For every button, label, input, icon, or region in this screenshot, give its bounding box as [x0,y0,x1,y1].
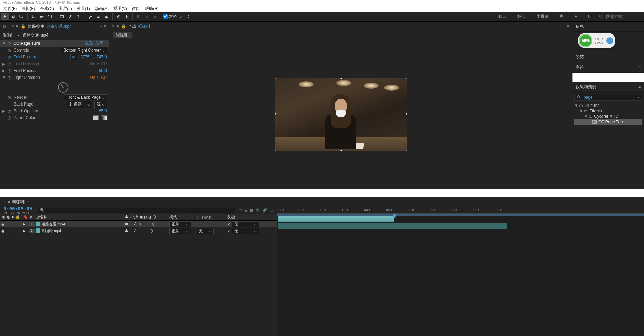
pan-behind-tool[interactable] [46,13,54,20]
tl-icon-3[interactable]: ⊞ [250,208,253,213]
time-ruler[interactable]: :00s 01s 02s 03s 04s 05s 06s 07s 08s 09s… [277,207,644,214]
controls-dropdown[interactable]: Bottom Right Corner⌵ [61,47,107,53]
effect-controls-tab[interactable]: 目 × ■ 🔒 效果控件 道路交通.mp4 » ≡ [0,22,109,31]
menu-composition[interactable]: 合成(C) [38,6,56,12]
composition-tab[interactable]: ×■ 🔒 合成 喝咖啡 ≡ [109,22,572,31]
fold-radius-value[interactable]: 50.0 [99,68,107,73]
effects-search[interactable]: × [574,94,642,101]
layer-1[interactable]: ◉ ▶ 1 道路交通.mp4 ✱╱fx⬡ 正常⌵ ⊘无⌵ [0,221,277,227]
rectangle-tool[interactable] [58,13,66,20]
effect-header[interactable]: ▼fx CC Page Turn 重置 关于... [0,40,109,47]
titlebar: Adobe After Effects CC 2018 - 无标题项目.aep [0,0,644,5]
layer-parent-dropdown[interactable]: 无⌵ [232,221,259,227]
menu-file[interactable]: 文件(F) [1,6,19,12]
timeline-search[interactable]: 🔍 [38,208,235,213]
hand-tool[interactable] [10,13,17,20]
badge-add-icon[interactable]: + [606,37,613,44]
char-font-field[interactable] [572,73,644,82]
layer-2-bar[interactable] [278,223,507,229]
angle-widget[interactable] [58,82,68,93]
layer-name[interactable]: 喝咖啡.mp4 [42,228,61,234]
selection-tool[interactable] [1,13,9,20]
tree-cycore[interactable]: ▼🗀CycoreFXHD [574,114,642,119]
tree-effects[interactable]: ▼🗀Effects [574,108,642,114]
puppet-tool[interactable] [123,13,130,20]
roto-brush-tool[interactable] [115,13,122,20]
workspace-standard[interactable]: 标准 [513,12,530,21]
workspace-library[interactable]: 库 [556,12,568,21]
lock-icon[interactable]: 🔒 [121,24,126,29]
tl-icon-4[interactable]: 🗐 [256,208,260,213]
back-opacity-value[interactable]: 85.0 [99,109,107,113]
menu-edit[interactable]: 编辑(E) [19,6,37,12]
tree-cc-page-turn[interactable]: 16CC Page Turn [574,119,642,125]
effect-about[interactable]: 关于... [95,40,107,46]
panel-menu-icon[interactable]: » [99,24,102,29]
paragraph-panel-header[interactable]: 段落 [572,52,644,62]
layer-1-bar[interactable] [278,216,394,222]
snap-options-2[interactable]: ⛶ [186,13,194,20]
eyedropper-icon[interactable] [101,115,107,120]
snap-options-1[interactable]: ⋌ [178,13,185,20]
workspace-default[interactable]: 默认 [494,12,510,21]
layer-mode-dropdown[interactable]: 正常⌵ [169,221,191,227]
menu-help[interactable]: 帮助(H) [143,6,161,12]
layer-parent-dropdown[interactable]: 无⌵ [232,228,259,234]
tl-icon-6[interactable]: ▭ [270,208,273,213]
info-panel-header[interactable]: 信息 [572,22,644,32]
rotation-tool[interactable] [30,13,37,20]
network-badge-overlay[interactable]: 56% ↑ 0K/s ↓ 0K/s + [578,33,615,48]
layer-mode-dropdown[interactable]: 正常⌵ [169,228,191,234]
composition-viewer[interactable] [109,40,572,189]
menu-window[interactable]: 窗口 [130,6,142,12]
fold-position-target[interactable]: ⊕ [70,54,77,60]
tl-icon-shy[interactable]: 🔗 [262,208,267,213]
tl-icon-2[interactable]: ◈ [244,208,247,213]
fold-position-value[interactable]: -3775.1, -747.9 [79,55,107,59]
workspace-sync-icon[interactable]: ⊡ [584,12,596,21]
paper-color-swatch[interactable] [93,115,99,120]
zoom-tool[interactable] [18,13,25,20]
tl-icon-1[interactable]: ⬚ [238,208,242,213]
current-timecode[interactable]: 0:00:05:09 [3,206,32,211]
effect-reset[interactable]: 重置 [85,40,93,46]
search-help-input[interactable] [606,14,640,19]
clone-stamp-tool[interactable] [95,13,102,20]
search-help[interactable] [596,13,643,20]
project-tab-stub[interactable]: 目 [3,24,7,29]
snap-checkbox[interactable]: 对齐 [163,14,177,19]
light-direction-value[interactable]: 0x -60.0° [90,75,107,80]
menu-view[interactable]: 视图(V) [111,6,129,12]
brush-tool[interactable] [86,13,94,20]
layer-name[interactable]: 道路交通.mp4 [42,222,65,227]
layer-trkmat-dropdown[interactable]: 无⌵ [197,228,214,234]
render-dropdown[interactable]: Front & Back Page⌵ [64,94,107,100]
camera-tool[interactable] [38,13,45,20]
layer-2[interactable]: ◉ ▶ 2 喝咖啡.mp4 ✱╱⬡ 正常⌵ 无⌵ ⊘无⌵ [0,227,277,234]
tree-plugins[interactable]: ▼🗀Plug-ins [574,103,642,108]
text-tool[interactable]: T [74,13,82,20]
pen-tool[interactable] [66,13,74,20]
video-frame[interactable] [275,78,407,151]
menu-layer[interactable]: 图层(L) [57,6,74,12]
effects-search-input[interactable] [584,95,635,100]
panel-divider[interactable] [0,189,644,192]
back-page-src-dropdown[interactable]: 源⌵ [94,101,107,108]
timeline-right[interactable]: :00s 01s 02s 03s 04s 05s 06s 07s 08s 09s… [277,207,644,336]
playhead[interactable] [394,216,394,336]
track-area[interactable] [277,216,644,336]
clear-search-icon[interactable]: × [638,95,640,99]
back-page-dropdown[interactable]: 1. 道路〉⌵ [67,101,92,108]
menu-animation[interactable]: 动画(A) [93,6,111,12]
workspace-small[interactable]: 小屏幕 [532,12,553,21]
lock-icon[interactable]: 🔒 [20,24,26,29]
eraser-tool[interactable] [103,13,110,20]
menu-effect[interactable]: 效果(T) [75,6,92,12]
workspace-more[interactable]: » [571,12,581,21]
effects-presets-header[interactable]: 效果和预设≡ [572,82,644,93]
lock-icon[interactable]: 🔒 [15,215,20,219]
scrollbar[interactable] [0,192,644,197]
timeline-tab[interactable]: ×■ 喝咖啡 ≡ [0,197,644,207]
panel-file-link[interactable]: 道路交通.mp4 [46,24,72,29]
char-panel-header[interactable]: 字符≡ [572,62,644,73]
